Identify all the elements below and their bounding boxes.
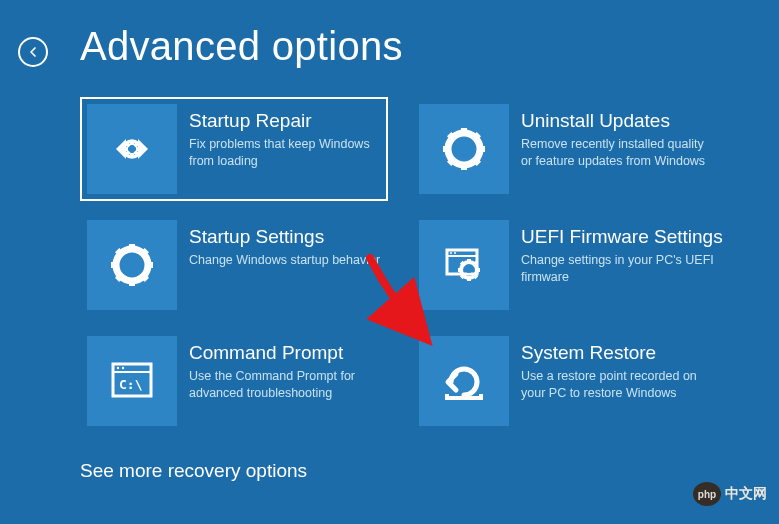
svg-rect-4	[136, 147, 140, 151]
gear-icon	[87, 220, 177, 310]
tile-desc: Fix problems that keep Windows from load…	[189, 136, 381, 170]
tile-title: System Restore	[521, 342, 713, 364]
startup-repair-icon	[87, 104, 177, 194]
gear-icon	[419, 104, 509, 194]
svg-rect-37	[458, 268, 463, 272]
svg-point-34	[466, 267, 472, 273]
svg-rect-23	[111, 262, 119, 268]
tile-desc: Change settings in your PC's UEFI firmwa…	[521, 252, 723, 286]
svg-rect-11	[461, 128, 467, 136]
tile-desc: Use a restore point recorded on your PC …	[521, 368, 713, 402]
svg-rect-48	[447, 396, 481, 400]
svg-rect-13	[443, 146, 451, 152]
svg-rect-1	[130, 141, 134, 145]
tile-title: Startup Settings	[189, 226, 381, 248]
options-grid: Startup Repair Fix problems that keep Wi…	[0, 69, 779, 433]
tile-title: Command Prompt	[189, 342, 381, 364]
firmware-icon	[419, 220, 509, 310]
tile-uefi-firmware[interactable]: UEFI Firmware Settings Change settings i…	[412, 213, 720, 317]
svg-rect-3	[124, 147, 128, 151]
tile-title: Uninstall Updates	[521, 110, 713, 132]
tile-desc: Use the Command Prompt for advanced trou…	[189, 368, 381, 402]
page-title: Advanced options	[80, 24, 403, 69]
svg-point-31	[450, 252, 452, 254]
svg-point-32	[454, 252, 456, 254]
tile-desc: Remove recently installed quality or fea…	[521, 136, 713, 170]
svg-text:C:\: C:\	[119, 377, 143, 392]
arrow-left-icon	[25, 44, 41, 60]
tile-startup-settings[interactable]: Startup Settings Change Windows startup …	[80, 213, 388, 317]
see-more-options[interactable]: See more recovery options	[80, 460, 307, 482]
tile-uninstall-updates[interactable]: Uninstall Updates Remove recently instal…	[412, 97, 720, 201]
svg-rect-12	[461, 162, 467, 170]
back-button[interactable]	[18, 37, 48, 67]
svg-point-46	[122, 367, 124, 369]
svg-point-45	[117, 367, 119, 369]
tile-title: UEFI Firmware Settings	[521, 226, 723, 248]
svg-rect-36	[467, 276, 471, 281]
system-restore-icon	[419, 336, 509, 426]
tile-command-prompt[interactable]: C:\ Command Prompt Use the Command Promp…	[80, 329, 388, 433]
php-logo-icon: php	[693, 482, 721, 506]
svg-rect-22	[129, 278, 135, 286]
svg-rect-2	[130, 153, 134, 157]
tile-startup-repair[interactable]: Startup Repair Fix problems that keep Wi…	[80, 97, 388, 201]
svg-rect-49	[445, 394, 449, 400]
command-prompt-icon: C:\	[87, 336, 177, 426]
svg-rect-35	[467, 259, 471, 264]
svg-rect-50	[479, 394, 483, 400]
tile-desc: Change Windows startup behavior	[189, 252, 381, 269]
svg-rect-24	[145, 262, 153, 268]
tile-system-restore[interactable]: System Restore Use a restore point recor…	[412, 329, 720, 433]
svg-point-20	[126, 259, 138, 271]
svg-rect-14	[477, 146, 485, 152]
svg-point-10	[458, 143, 470, 155]
svg-rect-38	[475, 268, 480, 272]
watermark: php 中文网	[693, 482, 767, 506]
tile-title: Startup Repair	[189, 110, 381, 132]
svg-rect-21	[129, 244, 135, 252]
